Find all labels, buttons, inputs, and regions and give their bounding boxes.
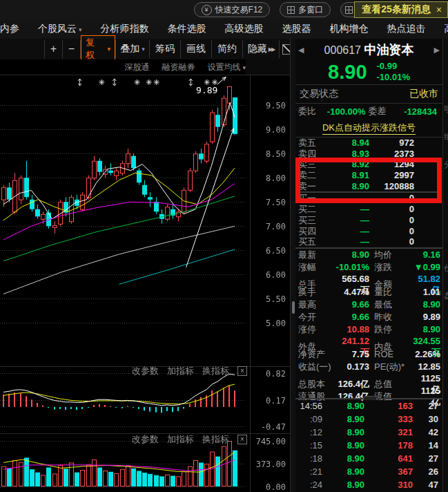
new-messages-notification[interactable]: 查看25条新消息 × bbox=[354, 1, 448, 18]
main-chart-canvas[interactable] bbox=[0, 75, 290, 492]
chevron-down-icon: ▾ bbox=[107, 46, 110, 53]
margin-trading-link[interactable]: 融资融券 bbox=[162, 62, 195, 73]
stats-row: 换手4.47%量比1.01 bbox=[295, 286, 442, 299]
stats-row: 最新8.90均价9.16 bbox=[295, 249, 442, 261]
close-panel-icon[interactable]: × bbox=[237, 435, 247, 444]
menu-item-gaojixuangu[interactable]: 高级选股 bbox=[225, 23, 264, 35]
menu-item-gaochengzhangxing[interactable]: 高成长性 bbox=[445, 23, 448, 35]
menu-item-redianzhuiji[interactable]: 热点追击 bbox=[387, 23, 426, 35]
shengutong-link[interactable]: 深股通 bbox=[124, 62, 149, 73]
tick-row: :218.9036726 bbox=[295, 465, 442, 478]
chevron-down-icon: ▾ bbox=[242, 64, 246, 71]
chart-toolbar: + − 复权▾ 叠加▾ 筹码 画线 简约 隐藏▶▶ bbox=[0, 39, 290, 59]
fuquan-dropdown[interactable]: 复权▾ bbox=[80, 40, 115, 58]
menu-item-gegufengyun[interactable]: 个股风云▾ bbox=[38, 23, 82, 35]
price-row: 8.90 -0.99 -10.01% bbox=[295, 59, 442, 84]
splitter-handle[interactable] bbox=[292, 301, 295, 314]
buy-row-4[interactable]: 买四—0 bbox=[295, 226, 442, 237]
quick-trade-button[interactable]: ¥ 快速交易F12 bbox=[194, 2, 271, 17]
ma-settings-dropdown[interactable]: 设置均线▾ bbox=[207, 62, 246, 73]
sell-row-2[interactable]: 卖二8.912997 bbox=[295, 170, 442, 181]
stats-row: 外盘241.12万内盘324.55万 bbox=[295, 336, 442, 348]
draw-line-button[interactable]: 画线 bbox=[180, 40, 211, 58]
stats-row: 涨停10.88跌停8.90 bbox=[295, 323, 442, 336]
menu-item-jigouzengcang[interactable]: 机构增仓 bbox=[330, 23, 369, 35]
stats-row: 总手565.68万金额51.82亿 bbox=[295, 274, 442, 286]
hide-button[interactable]: 隐藏▶▶ bbox=[242, 40, 279, 58]
prev-stock-arrow[interactable]: ◀ bbox=[298, 46, 308, 55]
change-param-link[interactable]: 改参数 bbox=[132, 365, 159, 377]
buy-row-3[interactable]: 买三—0 bbox=[295, 215, 442, 226]
double-arrow-icon: ▶▶ bbox=[269, 46, 274, 53]
simple-mode-button[interactable]: 简约 bbox=[211, 40, 242, 58]
sell-row-5[interactable]: 卖五8.94972 bbox=[295, 138, 442, 149]
order-book: 卖五8.94972 卖四8.932373 卖三8.921294 卖二8.9129… bbox=[295, 138, 442, 247]
trade-status-label: 交易状态 bbox=[300, 88, 338, 100]
stock-code: 000617 bbox=[324, 44, 361, 56]
stock-app-window: ¥ 快速交易F12 多窗口 查看25条新消息 × 心内参 个股风云▾ 分析师指数… bbox=[0, 0, 448, 492]
zoom-out-button[interactable]: − bbox=[62, 40, 80, 58]
dk-signal-link[interactable]: DK点自动提示涨跌信号 bbox=[322, 122, 416, 135]
menu-item-xinneican[interactable]: 心内参 bbox=[0, 23, 19, 35]
close-panel-icon[interactable]: × bbox=[237, 366, 247, 376]
menu-item-xuanguqi[interactable]: 选股器 bbox=[282, 23, 311, 35]
last-price: 8.90 bbox=[328, 62, 367, 82]
menu-item-fenxishizhishu[interactable]: 分析师指数 bbox=[101, 23, 149, 35]
stats-row: 收益(一)0.173PE(动)*12.85 bbox=[295, 361, 442, 373]
next-stock-arrow[interactable]: ▶ bbox=[430, 46, 440, 55]
close-icon[interactable]: × bbox=[436, 4, 442, 15]
buy-row-5[interactable]: 买五—0 bbox=[295, 236, 442, 247]
price-change-percent: -10.01% bbox=[377, 72, 410, 83]
tick-row: :248.9031047 bbox=[295, 478, 442, 491]
tick-list-handle[interactable] bbox=[363, 396, 377, 400]
multi-window-icon bbox=[287, 6, 295, 14]
weibi-value: -100.00% bbox=[322, 106, 369, 117]
stats-row: 净资产7.75ROE2.26% bbox=[295, 348, 442, 361]
yen-circle-icon: ¥ bbox=[202, 5, 212, 15]
tick-row: 14:568.9016327 bbox=[295, 399, 442, 413]
tick-row: :188.9064127 bbox=[295, 452, 442, 465]
chevron-down-icon: ▾ bbox=[79, 26, 82, 33]
macd-panel-header: 改参数 加指标 换指标 × bbox=[0, 365, 247, 377]
switch-indicator-link[interactable]: 换指标 bbox=[202, 433, 229, 446]
sell-row-1[interactable]: 卖一8.90120888 bbox=[295, 181, 442, 192]
multi-window-label: 多窗口 bbox=[298, 4, 323, 16]
change-param-link[interactable]: 改参数 bbox=[132, 433, 159, 446]
menu-item-tiaojianxuangu[interactable]: 条件选股 bbox=[168, 23, 206, 35]
weibi-row: 委比 -100.00% 委差 -128434 bbox=[295, 104, 442, 119]
trade-status-row: 交易状态 已收市 bbox=[295, 84, 442, 104]
chart-links-row: 深股通 融资融券 设置均线▾ bbox=[0, 59, 246, 75]
edge-strip-clipped-text: 明 细 分 价 盘 bbox=[442, 39, 448, 492]
quick-trade-label: 快速交易F12 bbox=[215, 4, 263, 16]
buy-row-2[interactable]: 买二—0 bbox=[295, 204, 442, 215]
tick-row: :128.9032142 bbox=[295, 426, 442, 439]
chip-distribution-button[interactable]: 筹码 bbox=[149, 40, 180, 58]
buy-row-1[interactable]: 买一—0 bbox=[295, 193, 442, 204]
stats-grid: 最新8.90均价9.16 涨幅-10.01%涨跌▼0.99 总手565.68万金… bbox=[295, 247, 442, 398]
add-indicator-link[interactable]: 加指标 bbox=[167, 365, 194, 377]
multi-window-button[interactable]: 多窗口 bbox=[280, 2, 331, 17]
tick-row: :098.9033330 bbox=[295, 413, 442, 426]
stats-row: 最高9.66最低8.90 bbox=[295, 299, 442, 311]
quote-panel: ◀ 000617 中油资本 ▶ 8.90 -0.99 -10.01% 交易状态 … bbox=[295, 39, 442, 492]
overlay-dropdown[interactable]: 叠加▾ bbox=[115, 40, 149, 58]
top-bar: ¥ 快速交易F12 多窗口 查看25条新消息 × bbox=[0, 0, 448, 20]
stats-row: 涨幅-10.01%涨跌▼0.99 bbox=[295, 261, 442, 274]
volume-panel-header: 改参数 加指标 换指标 × bbox=[0, 433, 247, 446]
notification-text: 查看25条新消息 bbox=[362, 3, 431, 16]
weicha-label: 委差 bbox=[369, 105, 393, 117]
price-change: -0.99 bbox=[377, 61, 398, 72]
trade-status-value: 已收市 bbox=[409, 88, 438, 100]
chevron-down-icon: ▾ bbox=[142, 46, 145, 53]
dk-signal-row: DK点自动提示涨跌信号 bbox=[295, 119, 442, 138]
tick-row: :158.9017814 bbox=[295, 439, 442, 452]
stats-row: 今开9.66昨收9.89 bbox=[295, 311, 442, 323]
sell-row-3[interactable]: 卖三8.921294 bbox=[295, 159, 442, 170]
zoom-in-button[interactable]: + bbox=[44, 40, 62, 58]
sell-row-4[interactable]: 卖四8.932373 bbox=[295, 149, 442, 160]
switch-indicator-link[interactable]: 换指标 bbox=[202, 365, 229, 377]
tick-list[interactable]: 14:568.9016327 :098.9033330 :128.9032142… bbox=[295, 398, 442, 491]
window-icon bbox=[345, 6, 353, 14]
weibi-label: 委比 bbox=[298, 105, 322, 117]
add-indicator-link[interactable]: 加指标 bbox=[167, 433, 194, 446]
